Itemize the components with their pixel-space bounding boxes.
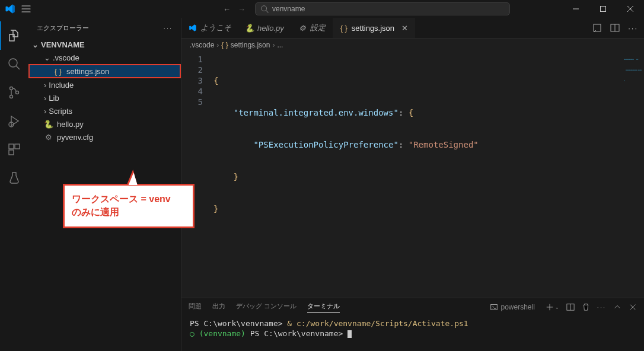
panel-more-icon[interactable]: ···: [597, 304, 606, 311]
activity-extensions[interactable]: [0, 135, 28, 164]
gear-icon: ⚙: [298, 24, 307, 33]
panel-maximize-icon[interactable]: [613, 303, 621, 311]
svg-rect-11: [601, 7, 606, 12]
line-numbers: 1 2 3 4 5: [181, 54, 211, 107]
tab-settings-json[interactable]: { } settings.json ✕: [333, 18, 415, 38]
tab-settings[interactable]: ⚙ 設定: [291, 18, 333, 38]
tree-file-hello-py[interactable]: 🐍 hello.py: [28, 117, 181, 130]
nav-forward-icon[interactable]: →: [234, 5, 249, 14]
json-icon: { }: [340, 24, 348, 33]
command-center[interactable]: venvname: [255, 2, 510, 15]
tree-folder-scripts[interactable]: ›Scripts: [28, 104, 181, 117]
python-file-icon: 🐍: [44, 120, 53, 129]
new-terminal-icon[interactable]: ⌄: [546, 303, 559, 311]
panel-tab-output[interactable]: 出力: [212, 302, 225, 312]
search-text: venvname: [272, 5, 305, 13]
sidebar-title: エクスプローラー: [37, 24, 89, 33]
layout-customize-icon[interactable]: [546, 4, 557, 14]
window-maximize[interactable]: [589, 0, 617, 18]
panel-tab-problems[interactable]: 問題: [189, 302, 202, 312]
window-close[interactable]: [617, 0, 644, 18]
svg-rect-18: [15, 144, 20, 149]
app-menu-icon[interactable]: [21, 4, 31, 14]
svg-rect-20: [594, 24, 601, 31]
code-content: { "terminal.integrated.env.windows": { "…: [213, 54, 644, 235]
json-icon: { }: [221, 41, 228, 49]
bottom-panel: 問題 出力 デバッグ コンソール ターミナル powershell ⌄ ···: [181, 298, 644, 351]
vscode-logo-icon: [5, 4, 15, 14]
tree-file-settings-json[interactable]: { } settings.json: [28, 64, 181, 78]
sidebar-more-icon[interactable]: ···: [164, 24, 173, 31]
svg-point-15: [16, 91, 19, 94]
python-icon: 🐍: [246, 24, 254, 33]
svg-point-14: [10, 95, 13, 98]
json-file-icon: { }: [53, 67, 63, 76]
file-tree: ⌄VENVNAME ⌄.vscode { } settings.json ›In…: [28, 38, 181, 143]
panel-tab-terminal[interactable]: ターミナル: [307, 302, 340, 313]
split-editor-icon[interactable]: [610, 23, 620, 33]
tab-welcome[interactable]: ようこそ: [181, 18, 238, 38]
terminal-cursor: [347, 330, 352, 338]
activity-source-control[interactable]: [0, 78, 28, 107]
powershell-icon: [490, 304, 498, 311]
layout-panel-bottom-icon[interactable]: [522, 4, 534, 14]
close-tab-icon[interactable]: ✕: [401, 24, 408, 33]
minimap[interactable]: ▬▬▬▬▬▬▬▬▬▬▬ ▬▬ ▬▬▬▬▬▬▬▬▬▬▬▬▬ ▬▬▬▬ ▬: [624, 54, 642, 86]
annotation-line1: ワークスペース = venv: [72, 193, 186, 206]
annotation-callout: ワークスペース = venv のみに適用: [63, 184, 195, 228]
panel-tab-debug-console[interactable]: デバッグ コンソール: [236, 302, 297, 312]
layout-panel-left-icon[interactable]: [510, 4, 522, 14]
editor-tabs: ようこそ 🐍 hello.py ⚙ 設定 { } settings.json ✕…: [181, 18, 644, 39]
svg-rect-19: [9, 150, 14, 155]
explorer-sidebar: エクスプローラー ··· ⌄VENVNAME ⌄.vscode { } sett…: [28, 18, 181, 351]
activity-run-debug[interactable]: [0, 107, 28, 135]
svg-point-0: [262, 6, 267, 11]
vscode-icon: [189, 24, 197, 32]
tab-hello-py[interactable]: 🐍 hello.py: [238, 18, 291, 38]
open-settings-ui-icon[interactable]: [592, 23, 602, 33]
split-terminal-icon[interactable]: [566, 303, 575, 311]
panel-close-icon[interactable]: [629, 303, 637, 311]
breadcrumbs[interactable]: .vscode › { } settings.json › ...: [181, 39, 644, 52]
svg-rect-22: [491, 305, 498, 310]
title-bar: ← → venvname: [0, 0, 644, 18]
window-minimize[interactable]: [562, 0, 589, 18]
svg-point-13: [10, 87, 13, 90]
activity-explorer[interactable]: [0, 21, 28, 50]
layout-panel-right-icon[interactable]: [534, 4, 546, 14]
code-editor[interactable]: 1 2 3 4 5 { "terminal.integrated.env.win…: [181, 52, 644, 298]
config-file-icon: ⚙: [44, 133, 53, 142]
tree-file-pyvenv-cfg[interactable]: ⚙ pyvenv.cfg: [28, 130, 181, 143]
tree-folder-include[interactable]: ›Include: [28, 78, 181, 91]
kill-terminal-icon[interactable]: [582, 303, 590, 311]
editor-more-icon[interactable]: ···: [628, 24, 638, 33]
svg-rect-17: [9, 144, 14, 149]
activity-testing[interactable]: [0, 164, 28, 192]
tree-folder-lib[interactable]: ›Lib: [28, 91, 181, 104]
nav-back-icon[interactable]: ←: [219, 5, 234, 14]
svg-point-12: [9, 59, 17, 67]
root-label: VENVNAME: [41, 40, 85, 49]
tree-root[interactable]: ⌄VENVNAME: [28, 38, 181, 51]
terminal-content[interactable]: PS C:\work\venvname> & c:/work/venvname/…: [181, 316, 644, 351]
tree-folder-vscode[interactable]: ⌄.vscode: [28, 51, 181, 64]
terminal-dropdown[interactable]: powershell: [487, 302, 538, 312]
search-icon: [260, 5, 269, 13]
activity-bar: [0, 18, 28, 351]
annotation-line2: のみに適用: [72, 206, 186, 219]
activity-search[interactable]: [0, 50, 28, 78]
